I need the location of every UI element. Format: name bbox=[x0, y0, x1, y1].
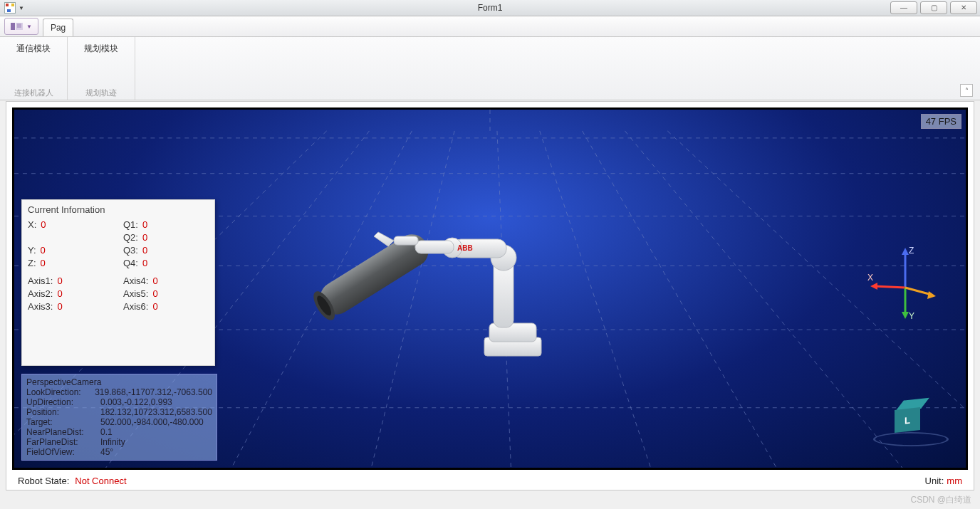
value-a4: 0 bbox=[152, 276, 157, 286]
value-a2: 0 bbox=[57, 288, 62, 299]
cam-up-k: UpDirection: bbox=[26, 397, 100, 407]
cam-pos-k: Position: bbox=[26, 407, 100, 417]
robot-state-label: Robot State: bbox=[18, 476, 69, 486]
tab-page[interactable]: Pag bbox=[43, 19, 73, 36]
viewcube-face: L bbox=[895, 407, 920, 433]
svg-text:X: X bbox=[867, 273, 873, 283]
svg-point-30 bbox=[442, 238, 462, 258]
value-z: 0 bbox=[41, 258, 46, 268]
camera-info-panel: PerspectiveCamera LookDirection:319.868,… bbox=[21, 374, 217, 461]
label-q1: Q1: bbox=[123, 219, 138, 230]
cam-up-v: 0.003,-0.122,0.993 bbox=[100, 397, 172, 407]
watermark: CSDN @白绮道 bbox=[910, 494, 971, 506]
svg-text:Y: Y bbox=[909, 311, 914, 321]
qat-dropdown-icon[interactable]: ▼ bbox=[19, 5, 24, 11]
value-a3: 0 bbox=[57, 301, 62, 312]
fps-counter: 47 FPS bbox=[921, 114, 961, 129]
svg-rect-26 bbox=[489, 323, 536, 342]
chevron-down-icon: ▼ bbox=[26, 23, 32, 30]
close-button[interactable]: ✕ bbox=[950, 1, 977, 14]
value-a6: 0 bbox=[152, 301, 157, 312]
svg-text:ABB: ABB bbox=[457, 244, 473, 252]
svg-rect-31 bbox=[415, 241, 454, 253]
camera-title: PerspectiveCamera bbox=[26, 377, 212, 387]
label-q4: Q4: bbox=[123, 258, 138, 268]
value-q1: 0 bbox=[142, 219, 147, 230]
svg-line-21 bbox=[667, 131, 966, 470]
label-q3: Q3: bbox=[123, 245, 138, 256]
plan-group-caption: 规划轨迹 bbox=[85, 88, 117, 98]
svg-rect-0 bbox=[11, 23, 15, 30]
svg-line-16 bbox=[497, 131, 511, 470]
viewport-3d[interactable]: 47 FPS bbox=[12, 107, 968, 470]
value-a5: 0 bbox=[152, 288, 157, 299]
axis-gizmo: Z X Y bbox=[866, 245, 944, 323]
svg-line-17 bbox=[540, 131, 654, 470]
unit-value: mm bbox=[947, 476, 962, 486]
svg-line-43 bbox=[905, 288, 932, 295]
plan-module-button[interactable]: 规划模块 bbox=[84, 43, 118, 55]
svg-point-24 bbox=[315, 294, 334, 318]
cam-near-v: 0.1 bbox=[100, 427, 113, 437]
svg-rect-25 bbox=[484, 337, 541, 356]
svg-line-15 bbox=[369, 131, 454, 470]
label-a2: Axis2: bbox=[28, 288, 53, 299]
label-a1: Axis1: bbox=[28, 276, 53, 286]
comm-module-button[interactable]: 通信模块 bbox=[16, 43, 51, 55]
svg-text:Z: Z bbox=[909, 246, 914, 256]
ribbon-tab-row: ▼ Pag bbox=[0, 16, 980, 37]
status-row: Robot State: Not Connect Unit: mm bbox=[18, 474, 962, 487]
svg-rect-29 bbox=[452, 239, 506, 258]
label-z: Z: bbox=[28, 258, 36, 268]
file-menu-button[interactable]: ▼ bbox=[4, 18, 38, 35]
cam-fov-v: 45° bbox=[100, 447, 113, 457]
cam-far-k: FarPlaneDist: bbox=[26, 437, 100, 447]
value-a1: 0 bbox=[57, 276, 62, 286]
svg-rect-32 bbox=[394, 236, 418, 245]
label-x: X: bbox=[28, 219, 36, 230]
info-title: Current Infornation bbox=[28, 204, 209, 215]
label-a3: Axis3: bbox=[28, 301, 53, 312]
titlebar[interactable]: ▼ Form1 — ▢ ✕ bbox=[0, 0, 980, 16]
ribbon-body: 通信模块 连接机器人 规划模块 规划轨迹 ˄ bbox=[0, 37, 980, 100]
svg-point-23 bbox=[310, 288, 339, 324]
svg-marker-41 bbox=[902, 312, 909, 319]
svg-rect-27 bbox=[494, 259, 514, 327]
robot-render: ABB bbox=[310, 152, 580, 380]
cam-tar-v: 502.000,-984.000,-480.000 bbox=[100, 417, 204, 427]
value-x: 0 bbox=[41, 219, 46, 230]
cam-pos-v: 182.132,10723.312,6583.500 bbox=[100, 407, 212, 417]
svg-rect-22 bbox=[314, 229, 434, 320]
cam-fov-k: FieldOfView: bbox=[26, 447, 100, 457]
maximize-button[interactable]: ▢ bbox=[920, 1, 947, 14]
minimize-button[interactable]: — bbox=[890, 1, 917, 14]
svg-marker-38 bbox=[870, 283, 877, 290]
label-a5: Axis5: bbox=[123, 288, 148, 299]
label-a6: Axis6: bbox=[123, 301, 148, 312]
content-area: 47 FPS bbox=[6, 101, 974, 490]
label-a4: Axis4: bbox=[123, 276, 148, 286]
ribbon-group-plan: 规划模块 规划轨迹 bbox=[68, 37, 135, 100]
comm-group-caption: 连接机器人 bbox=[14, 88, 53, 98]
label-y: Y: bbox=[28, 245, 36, 256]
cam-tar-k: Target: bbox=[26, 417, 100, 427]
value-y: 0 bbox=[41, 245, 46, 256]
app-icon bbox=[4, 2, 16, 14]
window-title: Form1 bbox=[0, 3, 980, 13]
label-q2: Q2: bbox=[123, 232, 138, 243]
svg-line-18 bbox=[583, 131, 781, 470]
app-window: ▼ Form1 — ▢ ✕ ▼ Pag 通信模块 连接机器人 规划模块 规划轨迹… bbox=[0, 0, 980, 509]
svg-marker-44 bbox=[927, 291, 936, 299]
robot-state-value: Not Connect bbox=[75, 476, 126, 486]
current-info-panel: Current Infornation X:0 Q1:0 Q2:0 Y:0 Q3… bbox=[21, 199, 215, 366]
cam-look-k: LookDirection: bbox=[26, 387, 95, 397]
ribbon-group-comm: 通信模块 连接机器人 bbox=[0, 37, 68, 100]
cam-look-v: 319.868,-11707.312,-7063.500 bbox=[95, 387, 212, 397]
unit-label: Unit: bbox=[925, 476, 944, 486]
value-q2: 0 bbox=[142, 232, 147, 243]
viewcube[interactable]: L bbox=[866, 395, 952, 459]
cam-far-v: Infinity bbox=[100, 437, 125, 447]
ribbon-collapse-button[interactable]: ˄ bbox=[960, 84, 973, 97]
svg-point-28 bbox=[491, 245, 516, 271]
cam-near-k: NearPlaneDist: bbox=[26, 427, 100, 437]
